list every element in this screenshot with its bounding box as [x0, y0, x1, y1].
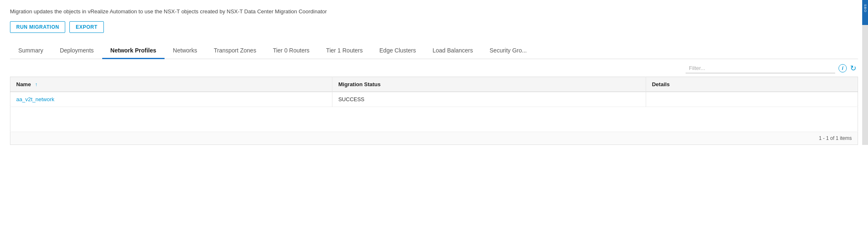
network-profile-link[interactable]: aa_v2t_network — [16, 96, 54, 102]
filter-input[interactable] — [686, 63, 835, 73]
toolbar-row: i ↻ — [10, 59, 858, 77]
tab-security-groups[interactable]: Security Gro... — [481, 43, 535, 59]
run-migration-button[interactable]: RUN MIGRATION — [10, 21, 65, 33]
table-row: aa_v2t_network SUCCESS — [10, 92, 858, 107]
cell-name: aa_v2t_network — [10, 92, 332, 107]
tab-transport-zones[interactable]: Transport Zones — [205, 43, 264, 59]
tab-tier1-routers[interactable]: Tier 1 Routers — [318, 43, 371, 59]
col-header-name[interactable]: Name ↑ — [10, 77, 332, 92]
info-icon[interactable]: i — [838, 64, 847, 72]
tab-network-profiles[interactable]: Network Profiles — [102, 43, 165, 59]
scrollbar-label: SBO — [863, 4, 867, 12]
tab-networks[interactable]: Networks — [165, 43, 205, 59]
col-header-migration-status[interactable]: Migration Status — [332, 77, 646, 92]
tab-deployments[interactable]: Deployments — [52, 43, 102, 59]
sort-arrow-icon: ↑ — [35, 82, 37, 87]
tab-edge-clusters[interactable]: Edge Clusters — [371, 43, 424, 59]
data-table: Name ↑ Migration Status Details aa_v2t_n… — [10, 77, 858, 132]
table-header-row: Name ↑ Migration Status Details — [10, 77, 858, 92]
cell-details — [646, 92, 858, 107]
col-name-label: Name — [16, 81, 31, 87]
scrollbar[interactable]: SBO — [862, 0, 868, 145]
pagination-row: 1 - 1 of 1 items — [10, 132, 858, 145]
scrollbar-thumb[interactable]: SBO — [862, 0, 868, 25]
page-description: Migration updates the objects in vRealiz… — [10, 8, 858, 15]
tab-tier0-routers[interactable]: Tier 0 Routers — [265, 43, 318, 59]
tab-load-balancers[interactable]: Load Balancers — [424, 43, 481, 59]
tabs-bar: Summary Deployments Network Profiles Net… — [10, 43, 858, 59]
col-header-details[interactable]: Details — [646, 77, 858, 92]
action-buttons-row: RUN MIGRATION EXPORT — [10, 21, 858, 33]
refresh-icon[interactable]: ↻ — [850, 64, 856, 73]
cell-migration-status: SUCCESS — [332, 92, 646, 107]
tab-summary[interactable]: Summary — [10, 43, 52, 59]
table-empty-row — [10, 107, 858, 132]
export-button[interactable]: EXPORT — [69, 21, 103, 33]
